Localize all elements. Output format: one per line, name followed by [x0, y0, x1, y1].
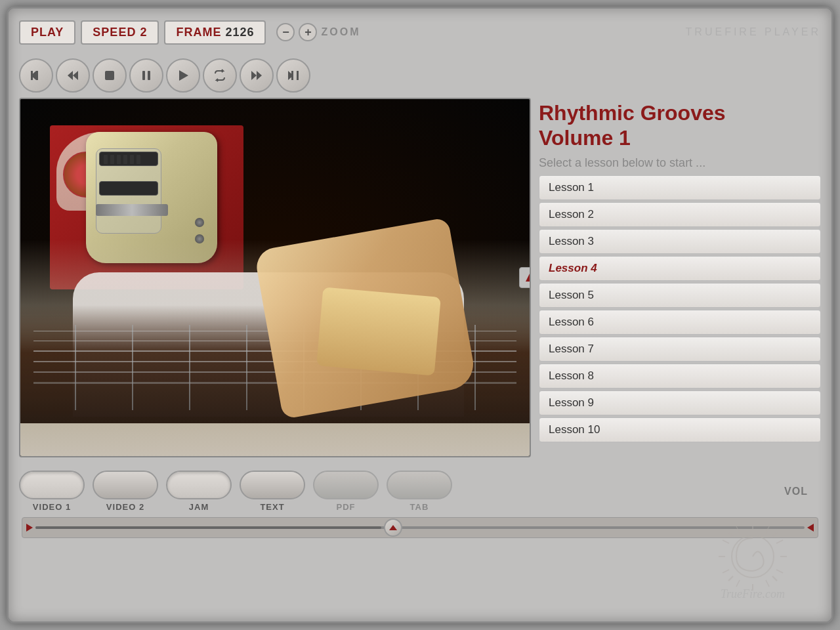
- svg-rect-12: [291, 71, 293, 80]
- tab-pill-video2[interactable]: [93, 471, 158, 499]
- app-brand: TRUEFIRE PLAYER: [686, 26, 821, 38]
- svg-line-30: [766, 580, 769, 587]
- tab-jam[interactable]: JAM: [166, 471, 232, 512]
- svg-marker-4: [73, 71, 78, 80]
- loop-button[interactable]: [203, 58, 237, 93]
- transport-controls: [9, 56, 831, 98]
- svg-rect-2: [31, 71, 33, 80]
- lesson-item-5[interactable]: Lesson 5: [539, 283, 821, 308]
- svg-line-31: [736, 580, 740, 587]
- svg-line-20: [728, 532, 733, 537]
- progress-start-marker: [26, 524, 33, 532]
- lesson-item-9[interactable]: Lesson 9: [539, 390, 821, 415]
- lesson-item-10[interactable]: Lesson 10: [539, 417, 821, 442]
- course-subtitle: Select a lesson below to start ...: [539, 156, 821, 170]
- speed-button[interactable]: SPEED 2: [81, 20, 159, 45]
- truefire-logo: TrueFire.com: [687, 520, 818, 608]
- svg-marker-10: [257, 71, 262, 80]
- svg-marker-15: [389, 525, 397, 530]
- lesson-item-4[interactable]: Lesson 4: [539, 256, 821, 281]
- svg-line-24: [766, 526, 769, 533]
- svg-rect-1: [36, 71, 38, 80]
- tab-row: VIDEO 1VIDEO 2JAMTEXTPDFTABVOL: [19, 471, 821, 512]
- svg-line-26: [776, 570, 783, 573]
- lesson-item-2[interactable]: Lesson 2: [539, 202, 821, 227]
- svg-line-22: [728, 576, 733, 581]
- video-scroll-arrow[interactable]: [519, 267, 531, 288]
- tab-label-text: TEXT: [260, 502, 284, 512]
- fast-forward-button[interactable]: [240, 58, 274, 93]
- lesson-item-7[interactable]: Lesson 7: [539, 337, 821, 362]
- play-button[interactable]: PLAY: [19, 20, 75, 45]
- tab-label-video1: VIDEO 1: [33, 502, 71, 512]
- course-title: Rhythmic Grooves Volume 1: [539, 100, 821, 151]
- zoom-controls: − + ZOOM: [276, 23, 360, 41]
- main-window: PLAY SPEED 2 FRAME 2126 − + ZOOM TRUEFIR…: [7, 7, 833, 623]
- zoom-label: ZOOM: [321, 26, 360, 38]
- rewind-button[interactable]: [56, 58, 90, 93]
- svg-line-27: [723, 570, 729, 573]
- lesson-item-8[interactable]: Lesson 8: [539, 364, 821, 388]
- stop-button[interactable]: [93, 58, 127, 93]
- tab-pill-jam[interactable]: [166, 471, 232, 499]
- tab-text[interactable]: TEXT: [240, 471, 305, 512]
- svg-line-29: [723, 540, 729, 543]
- frame-display: FRAME 2126: [164, 20, 266, 45]
- skip-forward-button[interactable]: [276, 58, 310, 93]
- svg-line-25: [736, 526, 740, 533]
- tab-pill-text[interactable]: [240, 471, 305, 499]
- main-content: Rhythmic Grooves Volume 1 Select a lesso…: [9, 98, 831, 465]
- lessons-list: Lesson 1Lesson 2Lesson 3Lesson 4Lesson 5…: [539, 175, 821, 463]
- tab-label-pdf: PDF: [337, 502, 356, 512]
- svg-line-23: [772, 576, 777, 581]
- svg-marker-3: [68, 71, 73, 80]
- zoom-minus-button[interactable]: −: [276, 23, 295, 41]
- svg-rect-7: [148, 71, 150, 80]
- play-transport-button[interactable]: [166, 58, 200, 93]
- svg-rect-13: [297, 71, 299, 80]
- tab-label-tab: TAB: [410, 502, 429, 512]
- skip-back-button[interactable]: [19, 58, 53, 93]
- video-player: [19, 98, 531, 457]
- zoom-plus-button[interactable]: +: [299, 23, 317, 41]
- tab-pill-pdf: [313, 471, 379, 499]
- progress-fill: [35, 526, 381, 529]
- lesson-item-6[interactable]: Lesson 6: [539, 310, 821, 335]
- svg-marker-9: [251, 71, 257, 80]
- svg-marker-14: [526, 274, 531, 282]
- svg-rect-5: [105, 71, 114, 80]
- tab-video1[interactable]: VIDEO 1: [19, 471, 85, 512]
- lesson-item-1[interactable]: Lesson 1: [539, 175, 821, 200]
- volume-label: VOL: [784, 486, 808, 497]
- svg-marker-8: [179, 70, 188, 81]
- svg-line-21: [772, 532, 777, 537]
- lesson-item-3[interactable]: Lesson 3: [539, 229, 821, 254]
- tab-label-jam: JAM: [189, 502, 209, 512]
- svg-line-28: [776, 540, 783, 543]
- svg-text:TrueFire.com: TrueFire.com: [721, 587, 785, 600]
- tab-tab[interactable]: TAB: [387, 471, 452, 512]
- tab-pill-tab: [387, 471, 452, 499]
- svg-rect-6: [142, 71, 145, 80]
- tab-pill-video1[interactable]: [19, 471, 85, 499]
- right-panel: Rhythmic Grooves Volume 1 Select a lesso…: [539, 98, 821, 465]
- tab-video2[interactable]: VIDEO 2: [93, 471, 158, 512]
- tab-pdf[interactable]: PDF: [313, 471, 379, 512]
- pause-button[interactable]: [129, 58, 163, 93]
- progress-thumb[interactable]: [384, 518, 402, 537]
- tab-label-video2: VIDEO 2: [106, 502, 144, 512]
- toolbar: PLAY SPEED 2 FRAME 2126 − + ZOOM TRUEFIR…: [9, 9, 831, 56]
